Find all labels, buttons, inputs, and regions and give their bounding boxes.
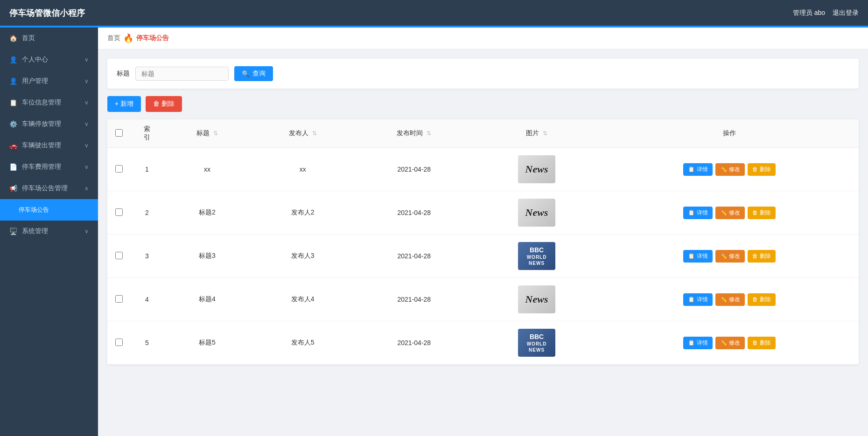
delete-button[interactable]: 🗑 删除	[748, 250, 776, 263]
th-index: 索引	[131, 119, 163, 148]
table-body: 1xxxx2021-04-28 News 📋 详情 ✏️ 修改 🗑 删除 2标题…	[107, 148, 859, 365]
sidebar-item-announcement-mgmt[interactable]: 📢 停车场公告管理 ∧	[0, 178, 98, 199]
chevron-down-icon: ∨	[84, 121, 89, 127]
fire-icon: 🔥	[123, 33, 133, 43]
row-checkbox[interactable]	[115, 208, 123, 216]
select-all-checkbox[interactable]	[115, 129, 123, 137]
edit-label: 修改	[729, 339, 740, 347]
table-row: 3标题3发布人32021-04-28 BBC WORLD NEWS 📋 详情 ✏…	[107, 235, 859, 278]
cell-index: 4	[131, 278, 163, 321]
detail-label: 详情	[697, 296, 708, 304]
th-index-label: 索引	[144, 125, 150, 141]
edit-button[interactable]: ✏️ 修改	[715, 250, 745, 263]
sidebar-item-label: 停车场公告	[19, 206, 49, 214]
sidebar-item-home[interactable]: 🏠 首页	[0, 28, 98, 49]
detail-icon: 📋	[688, 253, 695, 259]
edit-button[interactable]: ✏️ 修改	[715, 293, 745, 306]
cell-image: BBC WORLD NEWS	[474, 235, 600, 278]
sort-icon: ⇅	[543, 130, 547, 137]
sidebar-item-parking-info[interactable]: 📋 车位信息管理 ∨	[0, 92, 98, 113]
detail-label: 详情	[697, 252, 708, 260]
cell-publish-time: 2021-04-28	[355, 191, 474, 235]
data-table-container: 索引 标题 ⇅ 发布人 ⇅ 发布时间	[107, 119, 859, 365]
announcement-icon: 📢	[9, 185, 17, 192]
detail-button[interactable]: 📋 详情	[683, 250, 713, 263]
delete-button[interactable]: 🗑 删除	[748, 207, 776, 219]
sidebar-item-label: 系统管理	[22, 227, 48, 235]
detail-button[interactable]: 📋 详情	[683, 337, 713, 349]
detail-icon: 📋	[688, 339, 695, 346]
detail-button[interactable]: 📋 详情	[683, 207, 713, 219]
row-checkbox[interactable]	[115, 165, 123, 173]
delete-label: 删除	[760, 166, 771, 173]
user-info: 管理员 abo 退出登录	[793, 9, 859, 17]
edit-label: 修改	[729, 252, 740, 260]
cell-actions: 📋 详情 ✏️ 修改 🗑 删除	[600, 321, 859, 365]
edit-icon: ✏️	[720, 339, 727, 346]
row-checkbox[interactable]	[115, 295, 123, 303]
table-row: 1xxxx2021-04-28 News 📋 详情 ✏️ 修改 🗑 删除	[107, 148, 859, 191]
main-content: 标题 🔍 查询 + 新增 🗑 删除	[98, 49, 868, 436]
add-button[interactable]: + 新增	[107, 96, 141, 112]
sidebar-item-user-mgmt[interactable]: 👤 用户管理 ∨	[0, 70, 98, 92]
trash-icon: 🗑	[752, 296, 758, 303]
sidebar-item-vehicle-entry[interactable]: ⚙️ 车辆停放管理 ∨	[0, 113, 98, 135]
sidebar: 🏠 首页 👤 个人中心 ∨ 👤 用户管理 ∨ 📋 车位信息管理	[0, 28, 98, 436]
add-button-label: + 新增	[115, 100, 133, 108]
th-publish-time: 发布时间 ⇅	[355, 119, 474, 148]
sidebar-item-personal[interactable]: 👤 个人中心 ∨	[0, 49, 98, 70]
edit-button[interactable]: ✏️ 修改	[715, 163, 745, 176]
breadcrumb-home[interactable]: 首页	[107, 34, 120, 42]
bbc-news-image: BBC WORLD NEWS	[518, 329, 555, 357]
sidebar-item-label: 停车费用管理	[22, 163, 61, 171]
detail-button[interactable]: 📋 详情	[683, 293, 713, 306]
cell-title: xx	[163, 148, 251, 191]
chevron-down-icon: ∨	[84, 142, 89, 149]
cell-index: 3	[131, 235, 163, 278]
cell-publisher: 发布人2	[251, 191, 355, 235]
delete-button[interactable]: 🗑 删除	[748, 163, 776, 176]
cell-title: 标题3	[163, 235, 251, 278]
batch-delete-button-label: 🗑 删除	[153, 100, 175, 108]
row-checkbox[interactable]	[115, 339, 123, 346]
edit-icon: ✏️	[720, 166, 727, 173]
edit-button[interactable]: ✏️ 修改	[715, 337, 745, 349]
edit-button[interactable]: ✏️ 修改	[715, 207, 745, 219]
parking-icon: 📋	[9, 99, 17, 106]
filter-bar: 标题 🔍 查询	[107, 59, 859, 89]
top-header: 停车场管微信小程序 管理员 abo 退出登录	[0, 0, 868, 26]
table-row: 5标题5发布人52021-04-28 BBC WORLD NEWS 📋 详情 ✏…	[107, 321, 859, 365]
detail-icon: 📋	[688, 296, 695, 303]
th-actions-label: 操作	[723, 129, 736, 137]
row-checkbox[interactable]	[115, 252, 123, 259]
cell-actions: 📋 详情 ✏️ 修改 🗑 删除	[600, 235, 859, 278]
delete-button[interactable]: 🗑 删除	[748, 293, 776, 306]
cell-index: 5	[131, 321, 163, 365]
sidebar-item-vehicle-exit[interactable]: 🚗 车辆驶出管理 ∨	[0, 135, 98, 156]
batch-delete-button[interactable]: 🗑 删除	[146, 96, 182, 112]
trash-icon: 🗑	[752, 166, 758, 173]
th-image: 图片 ⇅	[474, 119, 600, 148]
title-search-input[interactable]	[135, 67, 229, 81]
th-actions: 操作	[600, 119, 859, 148]
sidebar-item-announcement[interactable]: 停车场公告	[0, 199, 98, 221]
breadcrumb: 首页 🔥 停车场公告	[98, 28, 868, 49]
th-checkbox	[107, 119, 131, 148]
detail-button[interactable]: 📋 详情	[683, 163, 713, 176]
query-button[interactable]: 🔍 查询	[234, 66, 273, 81]
chevron-down-icon: ∨	[84, 78, 89, 84]
th-publisher: 发布人 ⇅	[251, 119, 355, 148]
delete-button[interactable]: 🗑 删除	[748, 337, 776, 349]
cell-publish-time: 2021-04-28	[355, 321, 474, 365]
cell-image: News	[474, 148, 600, 191]
sidebar-item-system-mgmt[interactable]: 🖥️ 系统管理 ∨	[0, 221, 98, 242]
cell-publish-time: 2021-04-28	[355, 148, 474, 191]
cell-actions: 📋 详情 ✏️ 修改 🗑 删除	[600, 278, 859, 321]
th-publish-time-label: 发布时间	[397, 129, 423, 137]
home-icon: 🏠	[9, 35, 17, 42]
sidebar-sub-announcement: 停车场公告	[0, 199, 98, 221]
th-publisher-label: 发布人	[289, 129, 308, 137]
sidebar-item-fee-mgmt[interactable]: 📄 停车费用管理 ∨	[0, 156, 98, 178]
logout-button[interactable]: 退出登录	[833, 9, 859, 17]
cell-index: 2	[131, 191, 163, 235]
